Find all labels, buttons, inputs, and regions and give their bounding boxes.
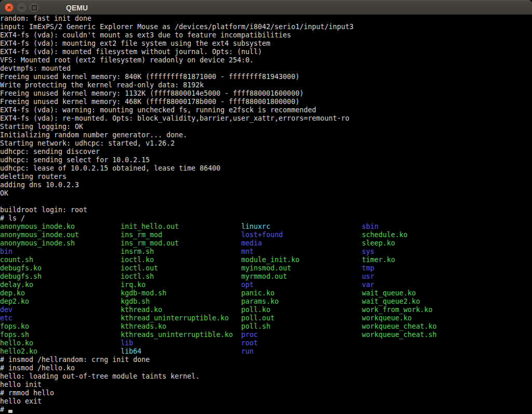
terminal-line: udhcpc: sending discover <box>0 148 532 156</box>
terminal-line: OK <box>0 189 532 198</box>
window-title: QEMU <box>66 4 88 12</box>
terminal-line: random: fast init done <box>0 15 532 23</box>
terminal-line: Write protecting the kernel read-only da… <box>0 81 532 89</box>
terminal-line: VFS: Mounted root (ext2 filesystem) read… <box>0 56 532 64</box>
terminal-line: deleting routers <box>0 173 532 181</box>
terminal-line: dep.ko kgdb-mod.sh panic.ko wait_queue.k… <box>0 289 532 297</box>
terminal-line: # insmod /hellrandom: crng init done <box>0 356 532 364</box>
terminal-cursor <box>8 410 12 413</box>
terminal-line: Starting network: udhcpc: started, v1.26… <box>0 139 532 148</box>
terminal-line: anonymous_inode.ko init_hello.out linuxr… <box>0 223 532 231</box>
terminal-line: # rmmod hello <box>0 389 532 397</box>
maximize-button[interactable] <box>30 3 38 12</box>
window-titlebar[interactable]: ✕ QEMU <box>0 0 532 15</box>
maximize-icon <box>32 5 37 10</box>
terminal-line: delay.ko irq.ko opt var <box>0 281 532 289</box>
terminal-line: # <box>0 406 532 414</box>
terminal-line: count.sh ioctl.ko module_init.ko timer.k… <box>0 256 532 264</box>
terminal-line: EXT4-fs (vda): couldn't mount as ext3 du… <box>0 31 532 40</box>
terminal-line: debugfs.ko ioctl.out myinsmod.out tmp <box>0 264 532 273</box>
terminal-line: debugfs.sh ioctl.sh myrmmod.out usr <box>0 273 532 281</box>
minimize-button[interactable] <box>17 3 26 12</box>
terminal-line: udhcpc: sending select for 10.0.2.15 <box>0 156 532 164</box>
terminal-line: Freeing unused kernel memory: 840K (ffff… <box>0 73 532 81</box>
terminal-line: hello: loading out-of-tree module taints… <box>0 372 532 381</box>
terminal-line: dep2.ko kgdb.sh params.ko wait_queue2.ko <box>0 297 532 306</box>
terminal-line: # insmod /hello.ko <box>0 364 532 372</box>
close-icon: ✕ <box>7 5 11 10</box>
terminal-line: anonymous_inode.sh ins_rm_mod.out media … <box>0 239 532 248</box>
terminal-line: Starting logging: OK <box>0 123 532 131</box>
terminal-line: EXT4-fs (vda): re-mounted. Opts: block_v… <box>0 114 532 123</box>
terminal-line: input: ImExPS/2 Generic Explorer Mouse a… <box>0 23 532 31</box>
terminal-line: fops.sh kthreads_uninterruptible.ko proc… <box>0 331 532 339</box>
terminal-line: EXT4-fs (vda): warning: mounting uncheck… <box>0 106 532 114</box>
terminal-line: dev kthread.ko poll.ko work_from_work.ko <box>0 306 532 314</box>
terminal-line: EXT4-fs (vda): mounting ext2 file system… <box>0 40 532 48</box>
close-button[interactable]: ✕ <box>5 3 14 12</box>
terminal-line: anonymous_inode.out ins_rm_mod lost+foun… <box>0 231 532 239</box>
terminal-line: hello.ko lib root <box>0 339 532 347</box>
terminal-line: Freeing unused kernel memory: 1132K (fff… <box>0 89 532 98</box>
terminal-line: Initializing random number generator... … <box>0 131 532 139</box>
terminal-line: hello2.ko lib64 run <box>0 347 532 356</box>
qemu-window: ✕ QEMU random: fast init doneinput: ImEx… <box>0 0 532 414</box>
terminal-line: buildroot login: root <box>0 206 532 214</box>
terminal-screen[interactable]: random: fast init doneinput: ImExPS/2 Ge… <box>0 15 532 414</box>
terminal-line: devtmpfs: mounted <box>0 64 532 73</box>
terminal-line: udhcpc: lease of 10.0.2.15 obtained, lea… <box>0 164 532 173</box>
minimize-icon <box>20 7 23 8</box>
terminal-line: # ls / <box>0 214 532 223</box>
terminal-line: adding dns 10.0.2.3 <box>0 181 532 189</box>
terminal-line: Freeing unused kernel memory: 468K (ffff… <box>0 98 532 106</box>
terminal-line <box>0 198 532 206</box>
terminal-line: bin insrm.sh mnt sys <box>0 248 532 256</box>
terminal-line: hello init <box>0 381 532 389</box>
terminal-line: etc kthread_uninterruptible.ko poll.out … <box>0 314 532 322</box>
terminal-line: EXT4-fs (vda): mounted filesystem withou… <box>0 48 532 56</box>
terminal-line: hello exit <box>0 397 532 406</box>
terminal-line: fops.ko kthreads.ko poll.sh workqueue_ch… <box>0 322 532 331</box>
